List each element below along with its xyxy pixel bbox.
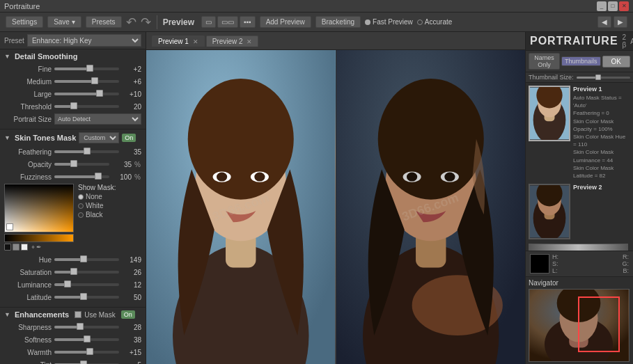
content-area: Preset Enhance: High Key ▼ Detail Smooth… (0, 32, 633, 364)
about-button[interactable]: About (630, 38, 633, 45)
preview-left-container[interactable]: 3D66.com (146, 50, 336, 364)
large-slider[interactable] (54, 93, 119, 95)
threshold-slider[interactable] (54, 105, 119, 108)
thumbnails-button[interactable]: Thumbnails (561, 56, 601, 66)
luminance-label: Luminance (4, 281, 52, 289)
view-split-button[interactable]: ▭▭ (217, 16, 238, 28)
main-toolbar: Settings Save ▾ Presets ↶ ↷ Preview ▭ ▭▭… (0, 13, 633, 32)
names-only-button[interactable]: Names Only (529, 53, 560, 70)
enhancements-on-badge[interactable]: On (121, 310, 135, 319)
luminance-slider[interactable] (54, 283, 119, 286)
portrait-size-select[interactable]: Auto Detect (54, 113, 141, 125)
enhancements-title: Enhancements (15, 310, 69, 319)
fuzziness-slider[interactable] (54, 175, 109, 178)
skin-on-badge[interactable]: On (122, 134, 136, 142)
mask-white-row[interactable]: White (78, 202, 116, 209)
preview-right-container[interactable]: 3D66.com (336, 50, 526, 364)
use-mask-row: Use Mask (75, 311, 115, 319)
softness-slider[interactable] (54, 338, 119, 341)
mask-black-row[interactable]: Black (78, 211, 116, 219)
fuzziness-label: Fuzziness (4, 173, 52, 181)
preview-header: Preview 1 ✕ Preview 2 ✕ (146, 32, 525, 50)
fine-slider[interactable] (54, 68, 119, 70)
feathering-label: Feathering (4, 148, 52, 156)
mask-black-label: Black (86, 211, 102, 219)
navigator-viewport[interactable] (578, 296, 620, 352)
svg-point-18 (444, 173, 455, 182)
preview-tabs: Preview 1 ✕ Preview 2 ✕ (152, 35, 258, 47)
nav-right-button[interactable]: ▶ (614, 16, 627, 28)
view-multi-button[interactable]: ▪▪▪ (240, 16, 256, 28)
preset-select[interactable]: Enhance: High Key (27, 34, 141, 47)
svg-point-8 (254, 173, 265, 182)
nav-left-button[interactable]: ◀ (597, 16, 611, 28)
use-mask-checkbox[interactable] (75, 311, 81, 318)
pipette-icon[interactable]: ✒ (36, 244, 42, 251)
redo-button[interactable]: ↷ (141, 15, 151, 30)
settings-button[interactable]: Settings (6, 16, 43, 28)
skin-tones-toggle[interactable]: ▼ (4, 134, 10, 141)
view-single-button[interactable]: ▭ (201, 16, 216, 28)
thumb-size-slider[interactable] (577, 77, 630, 79)
accurate-indicator (417, 19, 423, 25)
warmth-slider[interactable] (54, 351, 119, 354)
presets-button[interactable]: Presets (86, 16, 122, 28)
gray-point-btn[interactable] (13, 244, 19, 251)
preview-tab-1[interactable]: Preview 1 ✕ (152, 35, 205, 47)
opacity-label: Opacity (4, 161, 52, 168)
skin-tones-header: ▼ Skin Tones Mask Custom On (4, 132, 141, 143)
r-label: R: (623, 253, 629, 260)
latitude-slider[interactable] (54, 296, 119, 299)
hue-slider[interactable] (54, 258, 119, 261)
tint-row: Tint -5 (4, 359, 141, 364)
swatch-controls: ⌖ ✒ (4, 244, 74, 251)
thumb1-feathering: Feathering = 0 (573, 109, 630, 117)
preview-tab-2-close[interactable]: ✕ (247, 38, 252, 45)
feathering-slider[interactable] (54, 150, 119, 153)
color-swatch[interactable] (4, 184, 74, 232)
app-title: Portraiture (4, 2, 40, 10)
navigator-image[interactable] (529, 289, 630, 362)
add-preview-button[interactable]: Add Preview (260, 16, 311, 28)
detail-smoothing-toggle[interactable]: ▼ (4, 53, 10, 60)
softness-row: Softness 38 (4, 334, 141, 345)
eyedropper-icon[interactable]: ⌖ (31, 244, 35, 251)
mask-none-radio[interactable] (78, 194, 84, 200)
mask-black-radio[interactable] (78, 212, 84, 218)
hsl-row-pair-3: L: B: (552, 267, 629, 274)
mask-none-row[interactable]: None (78, 193, 116, 200)
enhancements-section: ▼ Enhancements Use Mask On Sharpness 28 (0, 308, 146, 364)
maximize-button[interactable]: □ (608, 1, 618, 11)
about-help: About Help (630, 38, 633, 45)
logo-text: PORTRAITURE (530, 35, 618, 47)
fine-row: Fine +2 (4, 63, 141, 74)
sharpness-row: Sharpness 28 (4, 322, 141, 333)
hue-strip[interactable] (4, 234, 74, 242)
opacity-slider[interactable] (54, 163, 109, 166)
bracketing-button[interactable]: Bracketing (315, 16, 361, 28)
medium-slider[interactable] (54, 80, 119, 83)
preview-tab-2[interactable]: Preview 2 ✕ (206, 35, 259, 47)
mask-white-radio[interactable] (78, 203, 84, 209)
portrait-size-label: Portrait Size (4, 116, 52, 123)
save-button[interactable]: Save ▾ (47, 16, 81, 28)
ok-button[interactable]: OK (602, 56, 630, 68)
undo-button[interactable]: ↶ (126, 15, 136, 30)
thumbnail-2[interactable]: Preview 2 (529, 184, 630, 239)
skin-mode-select[interactable]: Custom (79, 132, 119, 143)
black-point-btn[interactable] (4, 244, 11, 251)
saturation-slider[interactable] (54, 271, 119, 274)
close-button[interactable]: ✕ (619, 1, 629, 11)
thumbnail-2-img[interactable] (529, 184, 570, 239)
navigator-label: Navigator (529, 279, 630, 287)
sharpness-slider[interactable] (54, 326, 119, 329)
thumbnail-2-title: Preview 2 (573, 184, 630, 191)
enhancements-toggle[interactable]: ▼ (4, 311, 10, 318)
thumbnail-1[interactable]: Preview 1 Auto Mask Status = 'Auto' Feat… (529, 86, 630, 180)
minimize-button[interactable]: _ (597, 1, 607, 11)
thumbnail-strip-img[interactable] (529, 244, 628, 251)
white-point-btn[interactable] (21, 244, 28, 251)
medium-value: +6 (122, 78, 141, 86)
thumbnail-1-img[interactable] (529, 86, 570, 141)
preview-tab-1-close[interactable]: ✕ (193, 38, 198, 45)
